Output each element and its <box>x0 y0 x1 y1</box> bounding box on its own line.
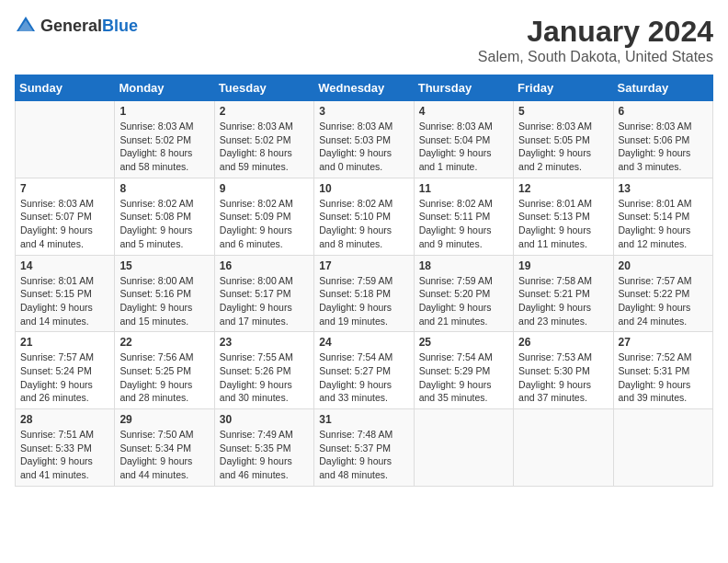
calendar-title: January 2024 <box>478 15 713 49</box>
day-info: Sunrise: 7:54 AM Sunset: 5:27 PM Dayligh… <box>319 350 408 405</box>
calendar-cell: 17Sunrise: 7:59 AM Sunset: 5:18 PM Dayli… <box>314 255 414 332</box>
calendar-cell: 25Sunrise: 7:54 AM Sunset: 5:29 PM Dayli… <box>414 332 513 409</box>
day-number: 12 <box>518 182 608 195</box>
calendar-cell <box>514 409 613 487</box>
col-header-thursday: Thursday <box>414 75 513 101</box>
calendar-cell: 9Sunrise: 8:02 AM Sunset: 5:09 PM Daylig… <box>214 178 313 255</box>
calendar-cell: 11Sunrise: 8:02 AM Sunset: 5:11 PM Dayli… <box>414 178 513 255</box>
col-header-tuesday: Tuesday <box>214 75 313 101</box>
day-number: 21 <box>20 336 109 349</box>
calendar-cell: 10Sunrise: 8:02 AM Sunset: 5:10 PM Dayli… <box>314 178 414 255</box>
calendar-cell: 22Sunrise: 7:56 AM Sunset: 5:25 PM Dayli… <box>115 332 214 409</box>
day-number: 5 <box>518 105 608 118</box>
calendar-cell: 6Sunrise: 8:03 AM Sunset: 5:06 PM Daylig… <box>613 101 712 178</box>
day-number: 9 <box>220 182 309 195</box>
calendar-cell: 2Sunrise: 8:03 AM Sunset: 5:02 PM Daylig… <box>214 101 313 178</box>
calendar-cell: 23Sunrise: 7:55 AM Sunset: 5:26 PM Dayli… <box>214 332 313 409</box>
col-header-friday: Friday <box>514 75 613 101</box>
day-info: Sunrise: 7:57 AM Sunset: 5:24 PM Dayligh… <box>20 350 109 405</box>
calendar-header-row: SundayMondayTuesdayWednesdayThursdayFrid… <box>16 75 713 101</box>
calendar-cell: 12Sunrise: 8:01 AM Sunset: 5:13 PM Dayli… <box>514 178 613 255</box>
day-info: Sunrise: 7:51 AM Sunset: 5:33 PM Dayligh… <box>20 428 109 482</box>
day-info: Sunrise: 8:01 AM Sunset: 5:15 PM Dayligh… <box>20 274 109 328</box>
calendar-cell <box>613 409 712 487</box>
day-number: 17 <box>319 259 408 272</box>
day-number: 13 <box>619 182 708 195</box>
day-number: 29 <box>119 413 209 426</box>
col-header-monday: Monday <box>115 75 214 101</box>
day-info: Sunrise: 8:03 AM Sunset: 5:06 PM Dayligh… <box>619 120 708 174</box>
calendar-cell: 16Sunrise: 8:00 AM Sunset: 5:17 PM Dayli… <box>214 255 313 332</box>
day-info: Sunrise: 8:00 AM Sunset: 5:16 PM Dayligh… <box>119 274 209 328</box>
calendar-table: SundayMondayTuesdayWednesdayThursdayFrid… <box>15 75 713 487</box>
week-row-3: 14Sunrise: 8:01 AM Sunset: 5:15 PM Dayli… <box>16 255 713 332</box>
logo: GeneralBlue <box>15 15 138 37</box>
logo-icon <box>15 15 37 37</box>
calendar-cell: 7Sunrise: 8:03 AM Sunset: 5:07 PM Daylig… <box>16 178 115 255</box>
calendar-cell: 8Sunrise: 8:02 AM Sunset: 5:08 PM Daylig… <box>115 178 214 255</box>
day-info: Sunrise: 7:59 AM Sunset: 5:20 PM Dayligh… <box>419 274 508 328</box>
logo-text: GeneralBlue <box>40 17 138 36</box>
day-info: Sunrise: 7:48 AM Sunset: 5:37 PM Dayligh… <box>319 428 408 482</box>
calendar-cell: 21Sunrise: 7:57 AM Sunset: 5:24 PM Dayli… <box>16 332 115 409</box>
calendar-cell: 19Sunrise: 7:58 AM Sunset: 5:21 PM Dayli… <box>514 255 613 332</box>
calendar-cell: 20Sunrise: 7:57 AM Sunset: 5:22 PM Dayli… <box>613 255 712 332</box>
day-info: Sunrise: 8:01 AM Sunset: 5:14 PM Dayligh… <box>619 197 708 251</box>
day-info: Sunrise: 8:02 AM Sunset: 5:08 PM Dayligh… <box>119 197 209 251</box>
calendar-cell: 5Sunrise: 8:03 AM Sunset: 5:05 PM Daylig… <box>514 101 613 178</box>
day-number: 2 <box>220 105 309 118</box>
day-info: Sunrise: 8:02 AM Sunset: 5:10 PM Dayligh… <box>319 197 408 251</box>
week-row-4: 21Sunrise: 7:57 AM Sunset: 5:24 PM Dayli… <box>16 332 713 409</box>
day-info: Sunrise: 8:00 AM Sunset: 5:17 PM Dayligh… <box>220 274 309 328</box>
calendar-cell: 14Sunrise: 8:01 AM Sunset: 5:15 PM Dayli… <box>16 255 115 332</box>
day-info: Sunrise: 8:03 AM Sunset: 5:02 PM Dayligh… <box>119 120 209 174</box>
day-info: Sunrise: 8:03 AM Sunset: 5:03 PM Dayligh… <box>319 120 408 174</box>
day-info: Sunrise: 7:56 AM Sunset: 5:25 PM Dayligh… <box>119 350 209 405</box>
day-number: 10 <box>319 182 408 195</box>
week-row-1: 1Sunrise: 8:03 AM Sunset: 5:02 PM Daylig… <box>16 101 713 178</box>
calendar-cell: 26Sunrise: 7:53 AM Sunset: 5:30 PM Dayli… <box>514 332 613 409</box>
day-number: 20 <box>619 259 708 272</box>
day-number: 27 <box>619 336 708 349</box>
day-number: 8 <box>119 182 209 195</box>
day-info: Sunrise: 8:02 AM Sunset: 5:11 PM Dayligh… <box>419 197 508 251</box>
calendar-cell: 30Sunrise: 7:49 AM Sunset: 5:35 PM Dayli… <box>214 409 313 487</box>
day-info: Sunrise: 7:59 AM Sunset: 5:18 PM Dayligh… <box>319 274 408 328</box>
calendar-cell: 1Sunrise: 8:03 AM Sunset: 5:02 PM Daylig… <box>115 101 214 178</box>
calendar-cell: 28Sunrise: 7:51 AM Sunset: 5:33 PM Dayli… <box>16 409 115 487</box>
day-info: Sunrise: 8:03 AM Sunset: 5:05 PM Dayligh… <box>518 120 608 174</box>
day-number: 16 <box>220 259 309 272</box>
day-number: 22 <box>119 336 209 349</box>
day-number: 6 <box>619 105 708 118</box>
col-header-sunday: Sunday <box>16 75 115 101</box>
calendar-cell: 18Sunrise: 7:59 AM Sunset: 5:20 PM Dayli… <box>414 255 513 332</box>
header: GeneralBlue January 2024 Salem, South Da… <box>15 15 713 65</box>
calendar-cell: 31Sunrise: 7:48 AM Sunset: 5:37 PM Dayli… <box>314 409 414 487</box>
day-info: Sunrise: 7:54 AM Sunset: 5:29 PM Dayligh… <box>419 350 508 405</box>
calendar-cell: 27Sunrise: 7:52 AM Sunset: 5:31 PM Dayli… <box>613 332 712 409</box>
day-info: Sunrise: 7:49 AM Sunset: 5:35 PM Dayligh… <box>220 428 309 482</box>
day-number: 3 <box>319 105 408 118</box>
calendar-cell <box>16 101 115 178</box>
day-number: 1 <box>119 105 209 118</box>
day-number: 11 <box>419 182 508 195</box>
day-number: 15 <box>119 259 209 272</box>
day-info: Sunrise: 8:03 AM Sunset: 5:04 PM Dayligh… <box>419 120 508 174</box>
calendar-cell: 24Sunrise: 7:54 AM Sunset: 5:27 PM Dayli… <box>314 332 414 409</box>
day-info: Sunrise: 7:50 AM Sunset: 5:34 PM Dayligh… <box>119 428 209 482</box>
day-number: 30 <box>220 413 309 426</box>
day-info: Sunrise: 8:03 AM Sunset: 5:02 PM Dayligh… <box>220 120 309 174</box>
day-number: 28 <box>20 413 109 426</box>
col-header-wednesday: Wednesday <box>314 75 414 101</box>
day-info: Sunrise: 8:03 AM Sunset: 5:07 PM Dayligh… <box>20 197 109 251</box>
calendar-cell: 3Sunrise: 8:03 AM Sunset: 5:03 PM Daylig… <box>314 101 414 178</box>
title-area: January 2024 Salem, South Dakota, United… <box>478 15 713 65</box>
week-row-5: 28Sunrise: 7:51 AM Sunset: 5:33 PM Dayli… <box>16 409 713 487</box>
day-info: Sunrise: 7:53 AM Sunset: 5:30 PM Dayligh… <box>518 350 608 405</box>
day-number: 31 <box>319 413 408 426</box>
day-info: Sunrise: 8:01 AM Sunset: 5:13 PM Dayligh… <box>518 197 608 251</box>
day-number: 24 <box>319 336 408 349</box>
calendar-cell <box>414 409 513 487</box>
calendar-cell: 13Sunrise: 8:01 AM Sunset: 5:14 PM Dayli… <box>613 178 712 255</box>
day-info: Sunrise: 7:52 AM Sunset: 5:31 PM Dayligh… <box>619 350 708 405</box>
